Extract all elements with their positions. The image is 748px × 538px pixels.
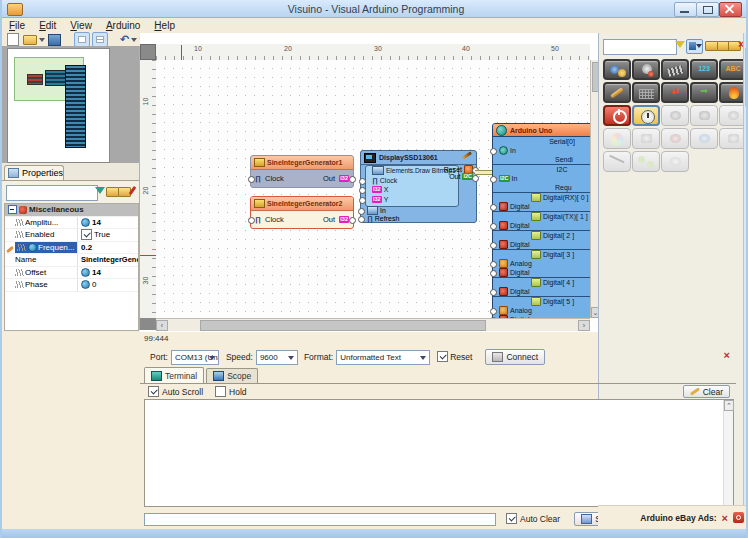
scroll-up-arrow[interactable]: ⌃ xyxy=(724,400,734,411)
toolbox-power-button[interactable] xyxy=(603,105,631,126)
speed-combobox[interactable]: 9600 xyxy=(256,350,298,365)
analog-pin-connector[interactable] xyxy=(490,261,497,268)
toolbox-numbers-button[interactable]: 123 xyxy=(690,59,718,80)
property-row-enabled[interactable]: Enabled True xyxy=(5,229,138,242)
property-row-frequency[interactable]: Frequen... 0.2 xyxy=(5,242,138,255)
minimap[interactable] xyxy=(2,46,139,163)
property-row-amplitude[interactable]: Amplitu... 14 xyxy=(5,217,138,230)
block-sine-generator-1[interactable]: SineIntegerGenerator1 ∏ Clock Out I32 xyxy=(250,155,354,188)
property-value[interactable]: 0 xyxy=(92,280,96,289)
pin-out-connector[interactable] xyxy=(349,217,356,224)
menu-arduino[interactable]: Arduino xyxy=(99,20,147,31)
menu-view[interactable]: View xyxy=(63,20,99,31)
terminal-scrollbar[interactable]: ⌃ xyxy=(723,400,733,506)
canvas-horizontal-scrollbar[interactable]: ‹ › xyxy=(156,318,590,331)
menu-help[interactable]: Help xyxy=(147,20,182,31)
properties-tab[interactable]: Properties xyxy=(4,165,64,180)
serial-in-connector[interactable] xyxy=(490,148,497,155)
scroll-left-arrow[interactable]: ‹ xyxy=(156,320,168,331)
auto-scroll-checkbox[interactable] xyxy=(148,386,159,398)
digital-pin-connector[interactable] xyxy=(490,270,497,277)
clear-button[interactable]: Clear xyxy=(683,385,730,398)
property-value[interactable]: 0.2 xyxy=(81,243,92,252)
toolbox-tool-button[interactable] xyxy=(603,82,631,103)
open-dropdown-arrow[interactable] xyxy=(39,38,45,45)
enabled-checkbox[interactable] xyxy=(81,229,92,240)
new-project-button[interactable] xyxy=(5,33,20,46)
reset-checkbox[interactable] xyxy=(437,351,448,363)
block-sine-generator-2[interactable]: SineIntegerGenerator2 ∏ Clock Out I32 xyxy=(250,196,354,229)
digital-pin-connector[interactable] xyxy=(490,223,497,230)
toggle-grid-button[interactable] xyxy=(92,32,108,47)
pin-out-connector[interactable] xyxy=(349,176,356,183)
terminal-output[interactable]: ⌃ xyxy=(144,399,734,507)
block-arduino-uno[interactable]: Arduino Uno Serial[0] In Sendi I2C I2C I… xyxy=(492,123,590,318)
pin-out-connector[interactable] xyxy=(472,175,479,182)
property-category[interactable]: Miscellaneous xyxy=(5,204,138,217)
connect-button[interactable]: Connect xyxy=(485,349,545,365)
pin-clock-connector[interactable] xyxy=(248,176,255,183)
serial-sending-label: Sendi xyxy=(555,155,573,164)
minimize-button[interactable] xyxy=(674,2,697,17)
tab-scope[interactable]: Scope xyxy=(206,368,258,383)
property-icon xyxy=(15,231,24,238)
scroll-right-arrow[interactable]: › xyxy=(578,320,590,331)
maximize-button[interactable] xyxy=(696,2,719,17)
properties-search-input[interactable] xyxy=(6,185,98,201)
analog-pin-connector[interactable] xyxy=(490,308,497,315)
save-button[interactable] xyxy=(47,33,62,46)
undo-button[interactable]: ↶ xyxy=(120,33,129,46)
undo-dropdown-arrow[interactable] xyxy=(131,38,137,45)
tab-terminal[interactable]: Terminal xyxy=(144,367,204,383)
digital-pin-connector[interactable] xyxy=(490,242,497,249)
channel-icon xyxy=(531,297,541,306)
toolbox-arrow-button[interactable]: ⇒ xyxy=(690,82,718,103)
toolbox-transfer-button[interactable]: ⇄ xyxy=(661,82,689,103)
minimap-page[interactable] xyxy=(7,48,110,163)
collapse-icon[interactable] xyxy=(8,205,17,214)
property-row-phase[interactable]: Phase 0 xyxy=(5,279,138,292)
toolbox-keyboard-button[interactable] xyxy=(661,59,689,80)
pin-clock-connector[interactable] xyxy=(248,217,255,224)
pin-refresh-connector[interactable] xyxy=(358,216,365,223)
toggle-left-panel-button[interactable] xyxy=(74,32,90,47)
channel-icon xyxy=(531,193,541,202)
pin-clock-connector[interactable] xyxy=(359,178,366,185)
menu-file[interactable]: File xyxy=(2,20,32,31)
pin-y-connector[interactable] xyxy=(359,197,366,204)
toolbox-view-button[interactable] xyxy=(686,39,703,54)
digital-icon xyxy=(499,221,508,230)
disabled-icon xyxy=(670,111,681,120)
toolbox-search-input[interactable] xyxy=(603,39,677,55)
send-input[interactable] xyxy=(144,513,496,526)
auto-clear-checkbox[interactable] xyxy=(506,513,517,525)
property-row-name[interactable]: Name SineIntegerGene... xyxy=(5,254,138,267)
toolbox-filter-icon[interactable] xyxy=(675,41,685,48)
property-value[interactable]: 14 xyxy=(92,218,101,227)
toolbox-scrollbar[interactable] xyxy=(743,33,748,505)
digital-pin-connector[interactable] xyxy=(490,289,497,296)
block-display-ssd1306[interactable]: DisplaySSD13061 Elements.Draw Bitmap1 ∏ … xyxy=(360,150,477,223)
filter-icon[interactable] xyxy=(95,187,105,194)
format-combobox[interactable]: Unformatted Text xyxy=(336,350,430,365)
property-value[interactable]: SineIntegerGene... xyxy=(81,255,139,264)
menu-edit[interactable]: Edit xyxy=(32,20,63,31)
i2c-in-connector[interactable] xyxy=(490,176,497,183)
toolbox-user-button[interactable] xyxy=(632,59,660,80)
digital-pin-connector[interactable] xyxy=(490,204,497,211)
open-project-button[interactable] xyxy=(22,33,37,46)
hold-checkbox[interactable] xyxy=(215,386,226,398)
port-combobox[interactable]: COM13 (Una xyxy=(171,350,219,365)
close-button[interactable] xyxy=(719,2,742,17)
pin-x-connector[interactable] xyxy=(359,187,366,194)
toolbox-timer-button[interactable] xyxy=(632,105,660,126)
property-row-offset[interactable]: Offset 14 xyxy=(5,267,138,280)
toolbox-net-button[interactable] xyxy=(632,82,660,103)
canvas-content[interactable]: SineIntegerGenerator1 ∏ Clock Out I32 Si… xyxy=(156,60,590,318)
toolbox-gears-button[interactable] xyxy=(603,59,631,80)
ads-close-icon[interactable]: × xyxy=(722,512,728,524)
disconnect-icon[interactable]: × xyxy=(724,349,730,361)
property-value[interactable]: 14 xyxy=(92,268,101,277)
ads-record-icon[interactable] xyxy=(733,512,744,523)
edit-pencil-icon[interactable] xyxy=(462,151,472,159)
